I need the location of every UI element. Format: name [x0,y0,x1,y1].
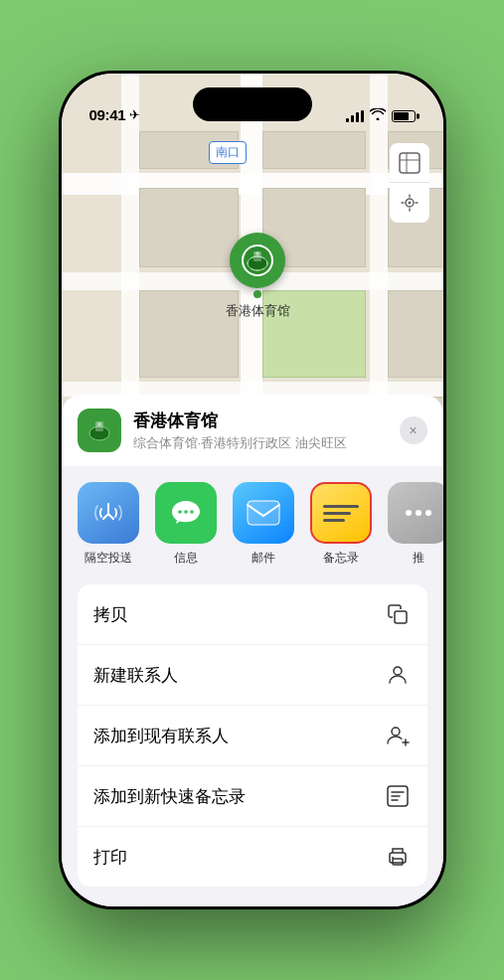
pin-circle [230,233,285,288]
svg-rect-26 [393,859,403,865]
action-print-label: 打印 [93,846,127,869]
wifi-icon [370,108,386,123]
notes-lines [323,505,359,522]
more-icon [388,482,443,544]
signal-bar-3 [356,112,359,122]
battery-icon [392,110,416,122]
location-icon: ✈ [129,107,140,122]
svg-point-12 [178,510,182,514]
messages-icon [155,482,217,544]
action-copy-label: 拷贝 [93,603,127,626]
copy-icon [384,600,412,628]
action-add-existing-label: 添加到现有联系人 [93,725,229,747]
building-4 [139,290,239,378]
share-row: 隔空投送 信息 [62,466,443,574]
pin-label: 香港体育馆 [226,302,290,320]
airdrop-icon [78,482,139,544]
venue-close-button[interactable]: × [400,416,427,444]
share-more[interactable]: 推 [388,482,443,567]
svg-point-7 [255,251,259,255]
svg-point-18 [416,510,421,516]
building-5 [388,290,443,378]
signal-bar-4 [361,110,364,122]
svg-point-21 [394,667,402,675]
venue-desc: 综合体育馆·香港特别行政区 油尖旺区 [133,434,388,452]
venue-info: 香港体育馆 综合体育馆·香港特别行政区 油尖旺区 [133,409,388,452]
action-new-contact[interactable]: 新建联系人 [78,645,427,706]
pin-dot [253,290,261,298]
bottom-sheet: 香港体育馆 综合体育馆·香港特别行政区 油尖旺区 × [62,395,443,906]
venue-name: 香港体育馆 [133,409,388,432]
add-notes-icon [384,782,412,810]
action-add-notes[interactable]: 添加到新快速备忘录 [78,766,427,827]
signal-bar-1 [346,118,349,122]
svg-rect-20 [395,611,407,623]
svg-point-11 [97,422,101,426]
svg-point-17 [406,510,412,516]
share-messages[interactable]: 信息 [155,482,217,567]
venue-card: 香港体育馆 综合体育馆·香港特别行政区 油尖旺区 × [62,395,443,466]
more-label: 推 [413,550,424,567]
messages-label: 信息 [174,550,198,567]
add-existing-icon [384,722,412,749]
action-print[interactable]: 打印 [78,827,427,887]
svg-point-19 [425,510,431,516]
share-mail[interactable]: 邮件 [233,482,294,567]
share-airdrop[interactable]: 隔空投送 [78,482,139,567]
action-add-notes-label: 添加到新快速备忘录 [93,785,246,808]
phone-frame: 09:41 ✈ [59,71,446,909]
notes-line-3 [323,519,345,522]
map-controls [390,143,429,223]
notes-line-2 [323,512,351,515]
print-icon [384,843,412,871]
svg-rect-0 [400,153,420,173]
notes-label: 备忘录 [323,550,359,567]
airdrop-label: 隔空投送 [84,550,132,567]
action-list: 拷贝 新建联系人 [78,584,427,887]
action-add-existing[interactable]: 添加到现有联系人 [78,706,427,766]
signal-bar-2 [351,115,354,122]
new-contact-icon [384,661,412,689]
share-notes[interactable]: 备忘录 [310,482,372,567]
svg-point-14 [190,510,194,514]
signal-bars [346,110,364,122]
building-10 [262,131,366,169]
battery-fill [394,112,409,120]
svg-point-22 [392,728,400,735]
building-1 [139,188,239,267]
phone-screen: 09:41 ✈ [62,74,443,906]
status-time: 09:41 [89,106,126,123]
svg-rect-15 [248,501,279,525]
map-label: 南口 [209,141,247,164]
location-button[interactable] [390,183,429,223]
svg-point-13 [184,510,188,514]
notes-line-1 [323,505,359,508]
dynamic-island [193,87,312,121]
mail-label: 邮件 [252,550,275,567]
map-label-text: 南口 [216,145,240,159]
svg-point-27 [392,857,394,859]
status-icons [346,108,416,123]
svg-point-2 [408,202,411,205]
notes-icon [310,482,372,544]
venue-card-icon [78,408,121,452]
action-copy[interactable]: 拷贝 [78,584,427,645]
action-new-contact-label: 新建联系人 [93,664,178,687]
map-type-button[interactable] [390,143,429,183]
venue-pin[interactable]: 香港体育馆 [226,233,290,320]
mail-icon [233,482,294,544]
